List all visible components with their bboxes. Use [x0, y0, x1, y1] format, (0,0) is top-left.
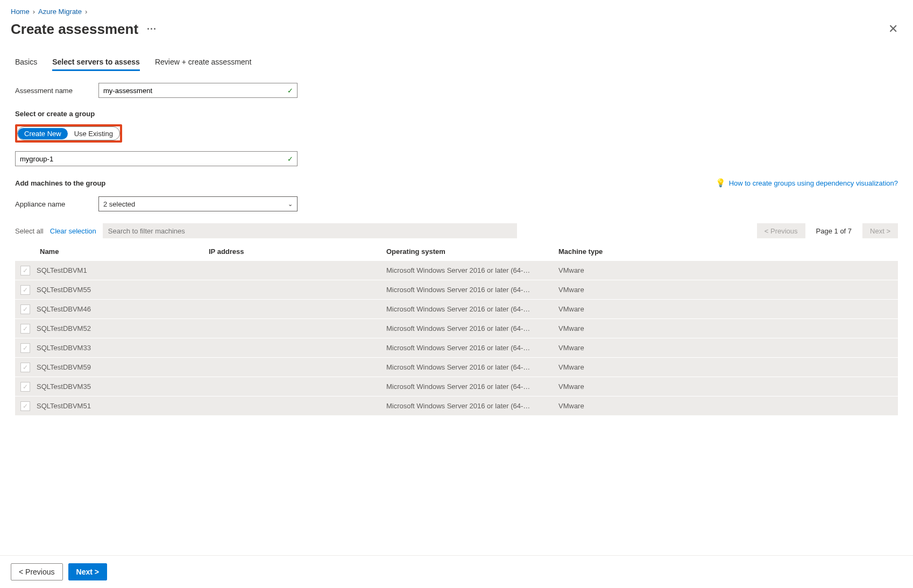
add-machines-heading: Add machines to the group [15, 179, 105, 187]
chevron-right-icon: › [85, 8, 87, 16]
assessment-name-label: Assessment name [15, 87, 88, 95]
table-previous-button[interactable]: < Previous [757, 223, 805, 238]
table-row[interactable]: ✓SQLTestDBVM52Microsoft Windows Server 2… [15, 319, 898, 338]
row-checkbox[interactable]: ✓ [20, 363, 30, 372]
cell-os: Microsoft Windows Server 2016 or later (… [386, 286, 558, 294]
cell-name: SQLTestDBVM51 [37, 402, 209, 410]
table-row[interactable]: ✓SQLTestDBVM46Microsoft Windows Server 2… [15, 300, 898, 319]
machine-search-input[interactable] [103, 223, 517, 238]
table-row[interactable]: ✓SQLTestDBVM55Microsoft Windows Server 2… [15, 280, 898, 300]
appliance-name-label: Appliance name [15, 200, 88, 208]
more-actions-button[interactable]: ··· [145, 24, 159, 35]
cell-name: SQLTestDBVM55 [37, 286, 209, 294]
select-all-link[interactable]: Select all [15, 227, 44, 235]
select-or-create-group-heading: Select or create a group [15, 110, 898, 118]
cell-os: Microsoft Windows Server 2016 or later (… [386, 266, 558, 274]
group-name-input[interactable] [15, 151, 298, 166]
chevron-right-icon: › [33, 8, 35, 16]
row-checkbox[interactable]: ✓ [20, 304, 30, 314]
cell-os: Microsoft Windows Server 2016 or later (… [386, 344, 558, 352]
appliance-name-select[interactable]: 2 selected ⌄ [98, 196, 298, 211]
dependency-visualization-help-link[interactable]: 💡 How to create groups using dependency … [716, 178, 898, 188]
cell-name: SQLTestDBVM33 [37, 344, 209, 352]
table-row[interactable]: ✓SQLTestDBVM59Microsoft Windows Server 2… [15, 358, 898, 377]
wizard-tabs: Basics Select servers to assess Review +… [15, 54, 898, 71]
cell-type: VMware [558, 382, 898, 391]
create-new-pill[interactable]: Create New [18, 128, 68, 139]
assessment-name-input[interactable] [98, 83, 298, 98]
breadcrumb-home[interactable]: Home [11, 8, 30, 16]
breadcrumb: Home › Azure Migrate › [11, 5, 902, 20]
col-type: Machine type [558, 247, 898, 256]
col-os: Operating system [386, 247, 558, 256]
tab-basics[interactable]: Basics [15, 54, 37, 71]
create-new-highlight: Create New Use Existing [15, 124, 122, 143]
cell-name: SQLTestDBVM1 [37, 266, 209, 274]
col-ip: IP address [209, 247, 386, 256]
table-row[interactable]: ✓SQLTestDBVM35Microsoft Windows Server 2… [15, 377, 898, 396]
breadcrumb-azure-migrate[interactable]: Azure Migrate [38, 8, 82, 16]
chevron-down-icon: ⌄ [288, 201, 293, 208]
use-existing-pill[interactable]: Use Existing [68, 128, 119, 139]
cell-os: Microsoft Windows Server 2016 or later (… [386, 305, 558, 313]
table-row[interactable]: ✓SQLTestDBVM33Microsoft Windows Server 2… [15, 338, 898, 358]
group-mode-toggle: Create New Use Existing [17, 126, 120, 140]
cell-type: VMware [558, 363, 898, 371]
table-row[interactable]: ✓SQLTestDBVM1Microsoft Windows Server 20… [15, 261, 898, 280]
col-name: Name [37, 247, 209, 256]
row-checkbox[interactable]: ✓ [20, 285, 30, 295]
table-row[interactable]: ✓SQLTestDBVM51Microsoft Windows Server 2… [15, 396, 898, 416]
machines-table: Name IP address Operating system Machine… [15, 242, 898, 416]
row-checkbox[interactable]: ✓ [20, 343, 30, 353]
checkmark-icon: ✓ [287, 155, 293, 163]
page-title: Create assessment ··· [11, 21, 159, 38]
cell-type: VMware [558, 344, 898, 352]
page-info: Page 1 of 7 [812, 227, 857, 235]
cell-type: VMware [558, 286, 898, 294]
cell-os: Microsoft Windows Server 2016 or later (… [386, 382, 558, 391]
cell-name: SQLTestDBVM59 [37, 363, 209, 371]
cell-type: VMware [558, 266, 898, 274]
cell-os: Microsoft Windows Server 2016 or later (… [386, 402, 558, 410]
close-icon[interactable]: ✕ [884, 20, 902, 38]
clear-selection-link[interactable]: Clear selection [50, 227, 96, 235]
checkmark-icon: ✓ [287, 87, 293, 95]
cell-name: SQLTestDBVM46 [37, 305, 209, 313]
cell-name: SQLTestDBVM35 [37, 382, 209, 391]
cell-type: VMware [558, 305, 898, 313]
cell-type: VMware [558, 324, 898, 332]
cell-name: SQLTestDBVM52 [37, 324, 209, 332]
cell-os: Microsoft Windows Server 2016 or later (… [386, 363, 558, 371]
cell-os: Microsoft Windows Server 2016 or later (… [386, 324, 558, 332]
tab-select-servers[interactable]: Select servers to assess [52, 54, 140, 71]
table-next-button[interactable]: Next > [862, 223, 898, 238]
lightbulb-icon: 💡 [716, 178, 726, 188]
cell-type: VMware [558, 402, 898, 410]
tab-review-create[interactable]: Review + create assessment [155, 54, 251, 71]
row-checkbox[interactable]: ✓ [20, 324, 30, 334]
row-checkbox[interactable]: ✓ [20, 266, 30, 275]
row-checkbox[interactable]: ✓ [20, 401, 30, 411]
row-checkbox[interactable]: ✓ [20, 382, 30, 392]
